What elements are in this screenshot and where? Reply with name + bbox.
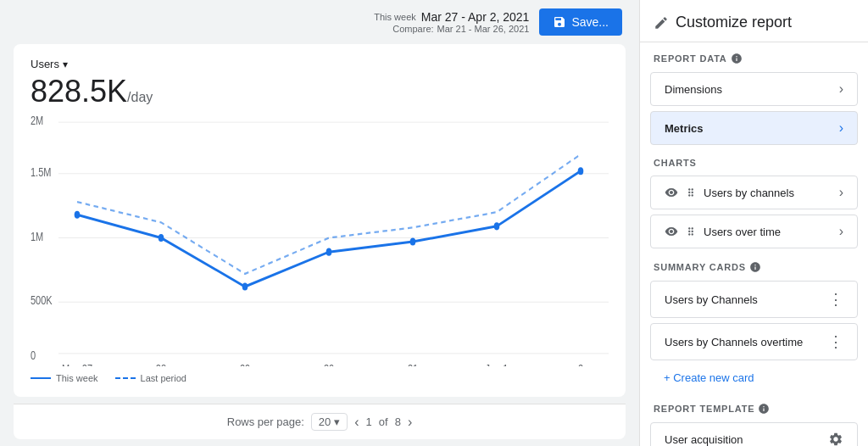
right-panel-title: Customize report [640, 0, 868, 42]
report-data-section-label: REPORT DATA [640, 42, 868, 70]
svg-point-14 [410, 238, 416, 246]
eye-icon-chart1 [665, 186, 678, 199]
chart-svg-wrapper: 2M 1.5M 1M 500K 0 [31, 109, 609, 366]
svg-point-12 [242, 283, 248, 291]
metrics-chevron: › [839, 120, 843, 136]
chart2-chevron: › [839, 224, 843, 239]
dimensions-item[interactable]: Dimensions › [650, 72, 858, 106]
chart-container: Users ▾ 828.5K/day 2M 1.5M 1M 500K 0 [14, 44, 626, 397]
template-label: User acquisition [665, 433, 743, 446]
summary-cards-info-icon [749, 261, 761, 273]
chart2-label: Users over time [704, 226, 781, 238]
chart-header: Users ▾ [31, 58, 609, 70]
rows-per-page-label: Rows per page: [227, 415, 304, 428]
card2-label: Users by Channels overtime [665, 336, 803, 348]
edit-icon [654, 15, 669, 31]
main-date: Mar 27 - Apr 2, 2021 [421, 10, 530, 24]
svg-text:2: 2 [578, 361, 583, 366]
card1-label: Users by Channels [665, 293, 758, 306]
legend-last-period: Last period [115, 373, 186, 383]
settings-icon[interactable] [828, 432, 843, 446]
svg-point-16 [578, 167, 584, 175]
metric-value: 828.5K/day [31, 74, 153, 109]
this-week-label: This week [374, 12, 416, 22]
right-panel: Customize report REPORT DATA Dimensions … [639, 0, 868, 446]
chart1-item[interactable]: Users by channels › [650, 176, 858, 209]
chart2-item[interactable]: Users over time › [650, 215, 858, 248]
legend-this-week: This week [31, 373, 98, 383]
svg-text:31: 31 [408, 361, 418, 366]
chart2-left: Users over time [665, 225, 781, 238]
eye-icon-chart2 [665, 225, 678, 238]
pagination-bar: Rows per page: 20 ▾ ‹ 1 of 8 › [14, 404, 626, 439]
save-button-label: Save... [571, 15, 609, 29]
metric-value-row: 828.5K/day [31, 74, 609, 109]
charts-section-label: CHARTS [640, 148, 868, 173]
report-template-section-label: REPORT TEMPLATE [640, 393, 868, 420]
svg-text:28: 28 [156, 361, 166, 366]
current-page: 1 [366, 415, 372, 428]
line-chart: 2M 1.5M 1M 500K 0 [31, 109, 609, 366]
card2-item[interactable]: Users by Channels overtime ⋮ [650, 323, 858, 360]
svg-text:1.5M: 1.5M [31, 164, 51, 179]
drag-icon-chart1 [685, 187, 697, 198]
save-button[interactable]: Save... [539, 8, 622, 36]
left-panel: This week Mar 27 - Apr 2, 2021 Compare: … [0, 0, 639, 446]
metrics-label: Metrics [665, 122, 704, 135]
svg-text:30: 30 [324, 361, 334, 366]
metric-label: Users [31, 58, 59, 70]
svg-text:500K: 500K [31, 293, 53, 308]
rows-dropdown-icon: ▾ [334, 415, 340, 428]
drag-icon-chart2 [685, 226, 697, 237]
prev-arrow[interactable]: ‹ [354, 415, 359, 430]
date-range: This week Mar 27 - Apr 2, 2021 Compare: … [374, 10, 529, 34]
compare-date: Mar 21 - Mar 26, 2021 [437, 24, 530, 34]
template-item[interactable]: User acquisition [650, 422, 858, 446]
of-label: of [379, 415, 388, 428]
legend-this-week-label: This week [56, 373, 98, 383]
svg-text:May 27: May 27 [62, 361, 92, 366]
legend-dashed-line [115, 377, 136, 379]
summary-cards-section-label: SUMMARY CARDS [640, 251, 868, 278]
rows-per-page-value: 20 [319, 415, 331, 428]
svg-text:2M: 2M [31, 113, 43, 127]
create-new-card[interactable]: + Create new card [650, 365, 858, 391]
chart-area: 2M 1.5M 1M 500K 0 [31, 109, 609, 383]
svg-text:1M: 1M [31, 229, 43, 243]
right-panel-title-text: Customize report [676, 14, 792, 31]
svg-text:Jun 1: Jun 1 [486, 361, 509, 366]
rows-per-page-select[interactable]: 20 ▾ [311, 413, 348, 431]
svg-text:29: 29 [240, 361, 250, 366]
legend-last-period-label: Last period [141, 373, 186, 383]
legend-solid-line [31, 377, 51, 379]
compare-label: Compare: [392, 24, 433, 34]
top-bar: This week Mar 27 - Apr 2, 2021 Compare: … [0, 0, 639, 44]
card1-menu-icon[interactable]: ⋮ [828, 290, 843, 309]
svg-point-13 [326, 248, 332, 256]
chart1-label: Users by channels [704, 187, 794, 199]
chart1-chevron: › [839, 185, 843, 200]
save-icon [553, 15, 566, 29]
card1-item[interactable]: Users by Channels ⋮ [650, 281, 858, 318]
metric-unit: /day [127, 90, 153, 104]
report-template-info-icon [758, 403, 770, 415]
card2-menu-icon[interactable]: ⋮ [828, 332, 843, 351]
next-arrow[interactable]: › [408, 415, 412, 430]
total-pages: 8 [395, 415, 401, 428]
dropdown-icon[interactable]: ▾ [63, 59, 68, 70]
chart1-left: Users by channels [665, 186, 794, 199]
svg-point-10 [75, 211, 81, 219]
dimensions-chevron: › [839, 81, 843, 97]
metrics-item[interactable]: Metrics › [650, 111, 858, 145]
create-new-card-label: + Create new card [664, 371, 754, 384]
svg-point-11 [159, 234, 164, 242]
report-data-info-icon [731, 53, 743, 64]
dimensions-label: Dimensions [665, 83, 722, 96]
svg-text:0: 0 [31, 348, 36, 363]
chart-legend: This week Last period [31, 373, 609, 383]
svg-point-15 [494, 222, 500, 230]
